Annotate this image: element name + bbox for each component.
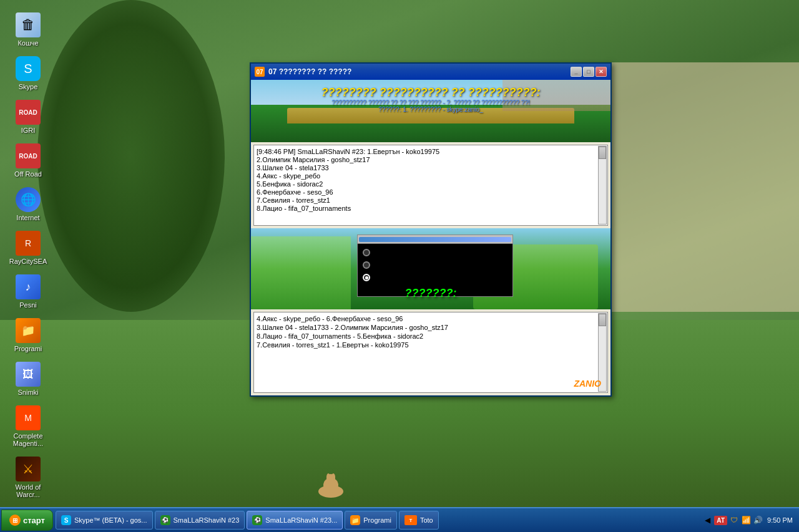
- tray-arrow-icon[interactable]: ◀: [702, 515, 712, 525]
- icon-pesni[interactable]: ♪ Pesni: [6, 274, 50, 309]
- taskbar: ⊞ старт S Skype™ (BETA) - gos... ⚽ SmaLL…: [0, 507, 799, 532]
- radio-circle-1[interactable]: [363, 249, 370, 256]
- igri-icon: ROAD: [16, 100, 41, 125]
- radio-option-1[interactable]: [363, 249, 507, 256]
- stadium-banner: ???????? ?????????? ?? ??????????: ?????…: [251, 80, 610, 142]
- pesni-icon: ♪: [16, 274, 41, 299]
- minimize-button[interactable]: _: [571, 67, 582, 77]
- chat-area-top[interactable]: [9:48:46 PM] SmaLLaRShaviN #23: 1.Евертъ…: [253, 145, 608, 226]
- start-logo: ⊞: [9, 515, 21, 526]
- raycity-icon: R: [16, 231, 41, 256]
- icon-snimki[interactable]: 🖼 Snimki: [6, 362, 50, 396]
- icon-magento[interactable]: M Complete Magenti...: [6, 405, 50, 447]
- result-message-3: 7.Севилия - torres_stz1 - 1.Евертън - ko…: [257, 341, 605, 349]
- tray-volume-icon[interactable]: 🔊: [753, 515, 763, 525]
- zanio-watermark: ZANIO: [574, 379, 601, 389]
- svg-point-3: [326, 473, 330, 481]
- korzina-icon: 🗑: [16, 12, 41, 37]
- magento-icon: M: [16, 405, 41, 430]
- close-button[interactable]: ✕: [596, 67, 607, 77]
- system-clock: 9:50 PM: [765, 516, 795, 524]
- header-subtitle: ?????????? ?????? ?? ?? ??? ?????? - ?. …: [251, 99, 610, 106]
- snimki-label: Snimki: [17, 389, 38, 396]
- taskbar-football1-icon: ⚽: [160, 515, 170, 525]
- icon-wow[interactable]: ⚔ World of Warcr...: [6, 457, 50, 498]
- tray-security-icon[interactable]: 🛡: [729, 515, 739, 525]
- result-message-2: 8.Лацио - fifa_07_tournaments - 5.Бенфик…: [257, 332, 605, 340]
- chat-message-0: [9:48:46 PM] SmaLLaRShaviN #23: 1.Евертъ…: [257, 148, 605, 155]
- radio-circle-3[interactable]: [363, 274, 370, 281]
- language-indicator[interactable]: АТ: [714, 516, 727, 525]
- title-icon: 07: [255, 67, 265, 77]
- header-overlay: ???????? ?????????? ?? ??????????: ?????…: [251, 86, 610, 113]
- taskbar-smallar2[interactable]: ⚽ SmaLLaRShaviN #23...: [247, 511, 343, 530]
- start-label: старт: [23, 516, 45, 525]
- chat-message-4: 5.Бенфика - sidorac2: [257, 180, 605, 188]
- vote-label-container: ???????:: [251, 287, 610, 300]
- taskbar-smallar2-label: SmaLLaRShaviN #23...: [265, 516, 337, 524]
- programi-label: Programi: [14, 345, 42, 352]
- igri-label: IGRI: [21, 127, 36, 134]
- taskbar-items: S Skype™ (BETA) - gos... ⚽ SmaLLaRShaviN…: [53, 508, 699, 532]
- offroad-label: Off Road: [14, 170, 42, 178]
- taskbar-smallar1[interactable]: ⚽ SmaLLaRShaviN #23: [155, 511, 245, 530]
- chat-message-1: 2.Олимпик Марсилия - gosho_stz17: [257, 156, 605, 163]
- taskbar-football2-icon: ⚽: [252, 515, 262, 525]
- toto-icon: T: [404, 515, 417, 525]
- results-area[interactable]: 4.Аякс - skype_ребо - 6.Фенербахче - ses…: [253, 312, 608, 393]
- icon-internet[interactable]: 🌐 Internet: [6, 187, 50, 221]
- programi-icon: 📁: [16, 318, 41, 343]
- window-title: 07 ???????? ?? ?????: [268, 67, 571, 76]
- icon-offroad[interactable]: ROAD Off Road: [6, 143, 50, 178]
- chat-message-2: 3.Шалке 04 - stela1733: [257, 164, 605, 172]
- chat-scrollbar[interactable]: [598, 146, 607, 225]
- vote-text: ???????:: [405, 287, 457, 299]
- header-sub2: ??????: 1. ????????? - skype:zanio_: [251, 106, 610, 113]
- radio-circle-2[interactable]: [363, 261, 370, 269]
- wow-label: World of Warcr...: [6, 483, 50, 498]
- app-window: 07 07 ???????? ?? ????? _ □ ✕ ???????? ?…: [250, 62, 612, 397]
- chat-scroll-thumb[interactable]: [599, 147, 606, 159]
- header-title: ???????? ?????????? ?? ??????????:: [251, 86, 610, 99]
- building-decoration: [612, 62, 799, 312]
- skype-icon: S: [16, 56, 41, 81]
- internet-icon: 🌐: [16, 187, 41, 212]
- chat-message-6: 7.Севилия - torres_stz1: [257, 196, 605, 204]
- window-controls: _ □ ✕: [571, 67, 607, 77]
- pesni-label: Pesni: [19, 301, 37, 309]
- radio-option-3[interactable]: [363, 274, 507, 281]
- start-button[interactable]: ⊞ старт: [1, 510, 53, 531]
- tree-decoration: [37, 0, 225, 312]
- taskbar-skype-beta[interactable]: S Skype™ (BETA) - gos...: [56, 511, 153, 530]
- result-message-1: 3.Шалке 04 - stela1733 - 2.Олимпик Марси…: [257, 324, 605, 331]
- icon-korzina[interactable]: 🗑 Кошче: [6, 12, 50, 47]
- chat-message-3: 4.Аякс - skype_ребо: [257, 172, 605, 180]
- chat-messages-list: [9:48:46 PM] SmaLLaRShaviN #23: 1.Евертъ…: [257, 148, 605, 212]
- icon-igri[interactable]: ROAD IGRI: [6, 100, 50, 134]
- skype-label: Skype: [19, 83, 38, 90]
- icon-raycity[interactable]: R RayCitySEA: [6, 231, 50, 265]
- taskbar-programi[interactable]: 📁 Programi: [345, 511, 397, 530]
- offroad-icon: ROAD: [16, 143, 41, 168]
- taskbar-toto-label: Toto: [420, 516, 433, 524]
- animal-decoration: [306, 463, 356, 501]
- snimki-icon: 🖼: [16, 362, 41, 387]
- desktop-icons-container: 🗑 Кошче S Skype ROAD IGRI ROAD Off Road …: [6, 12, 50, 532]
- icon-programi[interactable]: 📁 Programi: [6, 318, 50, 352]
- system-tray: ◀ АТ 🛡 📶 🔊 9:50 PM: [699, 508, 799, 532]
- chat-message-7: 8.Лацио - fifa_07_tournaments: [257, 205, 605, 212]
- taskbar-smallar1-label: SmaLLaRShaviN #23: [174, 516, 240, 524]
- taskbar-programi-icon: 📁: [350, 515, 360, 525]
- tray-network-icon[interactable]: 📶: [741, 515, 751, 525]
- taskbar-toto[interactable]: T Toto: [399, 511, 439, 530]
- radio-option-2[interactable]: [363, 261, 507, 269]
- result-message-0: 4.Аякс - skype_ребо - 6.Фенербахче - ses…: [257, 315, 605, 322]
- results-scroll-thumb[interactable]: [599, 314, 606, 326]
- radio-options-list: [358, 244, 512, 286]
- icon-skype[interactable]: S Skype: [6, 56, 50, 90]
- internet-label: Internet: [16, 214, 39, 221]
- raycity-label: RayCitySEA: [9, 258, 47, 265]
- maximize-button[interactable]: □: [583, 67, 594, 77]
- taskbar-skype-icon: S: [61, 515, 71, 525]
- wow-icon: ⚔: [16, 457, 41, 481]
